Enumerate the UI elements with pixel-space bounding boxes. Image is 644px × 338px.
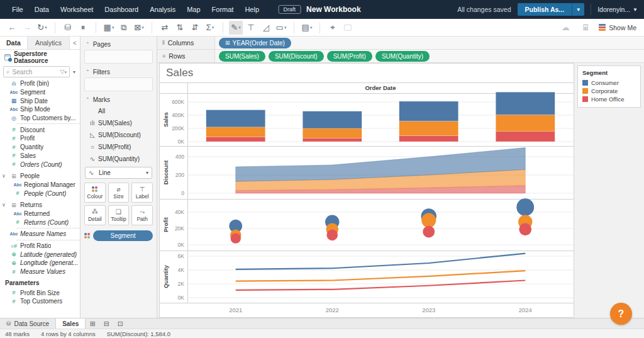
redo-icon[interactable]: ↻▾ bbox=[35, 21, 49, 35]
field-item[interactable]: #Returns (Count) bbox=[0, 218, 80, 227]
datasource-row[interactable]: Superstore Datasource bbox=[0, 50, 80, 65]
menu-map[interactable]: Map bbox=[181, 0, 206, 19]
menu-dashboard[interactable]: Dashboard bbox=[99, 0, 144, 19]
field-item[interactable]: ◎Top Customers by... bbox=[0, 114, 80, 123]
marks-item-all[interactable]: All bbox=[84, 105, 153, 117]
tab-sheet-sales[interactable]: Sales bbox=[55, 318, 86, 329]
marks-item-sumprofit[interactable]: ○SUM(Profit) bbox=[84, 141, 153, 153]
pause-updates-icon[interactable]: ⏸ bbox=[76, 21, 90, 35]
publish-caret-icon[interactable]: ▼ bbox=[572, 3, 584, 16]
bar-mark-home-office[interactable] bbox=[303, 138, 362, 142]
rows-shelf[interactable]: ≡Rows SUM(Sales)SUM(Discount)SUM(Profit)… bbox=[157, 50, 644, 63]
field-item[interactable]: AbcShip Mode bbox=[0, 105, 80, 114]
sort-ascending-icon[interactable]: ⇅ bbox=[173, 21, 187, 35]
clear-sheet-icon[interactable]: ⊠▾ bbox=[132, 21, 146, 35]
forward-icon[interactable]: → bbox=[20, 21, 34, 35]
new-worksheet-icon[interactable]: ▦▾ bbox=[102, 21, 116, 35]
bar-mark-consumer[interactable] bbox=[496, 92, 555, 115]
swap-axes-icon[interactable]: ⇄ bbox=[158, 21, 172, 35]
legend-item-corporate[interactable]: Corporate bbox=[582, 87, 636, 95]
marks-item-sumsales[interactable]: ılıSUM(Sales) bbox=[84, 117, 153, 129]
circle-mark-home-office[interactable] bbox=[326, 230, 338, 241]
mark-type-dropdown[interactable]: ∿Line▾ bbox=[85, 167, 152, 179]
circle-mark-consumer[interactable] bbox=[516, 198, 534, 216]
bar-mark-corporate[interactable] bbox=[206, 127, 265, 137]
bar-mark-consumer[interactable] bbox=[399, 101, 458, 121]
field-item[interactable]: #Sales bbox=[0, 152, 80, 161]
menu-data[interactable]: Data bbox=[29, 0, 55, 19]
bar-mark-corporate[interactable] bbox=[496, 115, 555, 131]
field-item[interactable]: #Profit bbox=[0, 134, 80, 143]
field-item[interactable]: ılıProfit (bin) bbox=[0, 79, 80, 88]
field-item[interactable]: AbcReturned bbox=[0, 210, 80, 218]
pages-card-header[interactable]: ⌃Pages bbox=[84, 40, 153, 50]
legend-item-home-office[interactable]: Home Office bbox=[582, 95, 636, 103]
field-item[interactable]: AbcRegional Manager bbox=[0, 181, 80, 189]
marks-item-sumdiscount[interactable]: ◺SUM(Discount) bbox=[84, 129, 153, 141]
show-mark-labels-icon[interactable]: ⊤ bbox=[244, 21, 258, 35]
search-input[interactable]: ⌕ Search ▽▾ bbox=[3, 66, 70, 77]
tooltip-mode-icon[interactable]: ⌹ bbox=[579, 21, 592, 35]
presentation-mode-icon[interactable]: 🖵 bbox=[341, 21, 355, 35]
filter-funnel-icon[interactable]: ▽▾ bbox=[60, 69, 67, 75]
cloud-icon[interactable]: ☁ bbox=[558, 21, 572, 35]
field-item[interactable]: #Discount bbox=[0, 125, 80, 134]
pill-sumquantity[interactable]: SUM(Quantity) bbox=[375, 51, 430, 62]
field-item[interactable]: AbcMeasure Names bbox=[0, 230, 80, 239]
circle-mark-home-office[interactable] bbox=[423, 226, 435, 238]
tab-data[interactable]: Data bbox=[0, 37, 27, 49]
publish-as-button[interactable]: Publish As... bbox=[518, 3, 572, 16]
field-item[interactable]: ⊕Latitude (generated) bbox=[0, 250, 80, 259]
menu-file[interactable]: File bbox=[6, 0, 29, 19]
field-options-caret-icon[interactable]: ▾ bbox=[72, 69, 77, 75]
bar-mark-home-office[interactable] bbox=[399, 136, 458, 142]
field-item[interactable]: ▦Ship Date bbox=[0, 96, 80, 105]
line-mark-home-office[interactable] bbox=[236, 281, 526, 290]
show-hide-cards-icon[interactable]: ▤▾ bbox=[300, 21, 314, 35]
show-me-button[interactable]: Show Me bbox=[599, 24, 636, 31]
new-data-source-icon[interactable]: ⛁ bbox=[61, 21, 75, 35]
field-item[interactable]: ⊕Longitude (generat... bbox=[0, 259, 80, 268]
filters-shelf[interactable] bbox=[84, 77, 153, 91]
columns-shelf[interactable]: ⫴Columns ⊞YEAR(Order Date) bbox=[157, 37, 644, 50]
path-button[interactable]: ⤳Path bbox=[131, 205, 153, 225]
bar-mark-consumer[interactable] bbox=[303, 111, 362, 128]
menu-help[interactable]: Help bbox=[239, 0, 265, 19]
menu-analysis[interactable]: Analysis bbox=[144, 0, 181, 19]
annotate-icon[interactable]: ◿ bbox=[259, 21, 273, 35]
circle-mark-corporate[interactable] bbox=[421, 213, 436, 228]
size-button[interactable]: ⌀Size bbox=[108, 183, 130, 203]
filters-card-header[interactable]: ⌃Filters bbox=[84, 67, 153, 77]
colour-button[interactable]: Colour bbox=[84, 183, 106, 203]
tab-analytics[interactable]: Analytics bbox=[27, 37, 70, 49]
back-icon[interactable]: ← bbox=[5, 21, 19, 35]
line-mark-consumer[interactable] bbox=[236, 254, 526, 269]
field-item[interactable]: #Orders (Count) bbox=[0, 160, 80, 169]
menu-worksheet[interactable]: Worksheet bbox=[55, 0, 99, 19]
fit-icon[interactable]: ▭▾ bbox=[274, 21, 288, 35]
field-item[interactable]: =#Profit Ratio bbox=[0, 242, 80, 251]
tooltip-button[interactable]: ❏Tooltip bbox=[108, 205, 130, 225]
field-item[interactable]: #Quantity bbox=[0, 143, 80, 152]
detail-button[interactable]: ⁂Detail bbox=[84, 205, 106, 225]
chart-svg[interactable]: Order Date0K200K400K600KSales0200400Disc… bbox=[160, 64, 574, 317]
field-group-returns[interactable]: ∨⊞Returns bbox=[0, 201, 80, 210]
bar-mark-consumer[interactable] bbox=[206, 110, 265, 127]
field-item[interactable]: AbcSegment bbox=[0, 88, 80, 97]
bar-mark-home-office[interactable] bbox=[206, 137, 265, 142]
field-item[interactable]: #Profit Bin Size bbox=[0, 288, 80, 297]
pill-sumsales[interactable]: SUM(Sales) bbox=[219, 51, 265, 62]
help-button[interactable]: ? bbox=[610, 303, 632, 325]
segment-pill[interactable]: Segment bbox=[93, 230, 153, 241]
pill-sumdiscount[interactable]: SUM(Discount) bbox=[269, 51, 324, 62]
marks-item-sumquantity[interactable]: ∿SUM(Quantity) bbox=[84, 153, 153, 165]
circle-mark-home-office[interactable] bbox=[231, 233, 241, 243]
field-item[interactable]: #People (Count) bbox=[0, 189, 80, 198]
bar-mark-corporate[interactable] bbox=[399, 121, 458, 135]
new-story-button[interactable]: ⊡ bbox=[113, 318, 127, 329]
new-worksheet-button[interactable]: ⊞ bbox=[86, 318, 99, 329]
bar-mark-home-office[interactable] bbox=[496, 132, 555, 142]
field-item[interactable]: #Measure Values bbox=[0, 268, 80, 276]
field-group-people[interactable]: ∨⊞People bbox=[0, 172, 80, 181]
totals-icon[interactable]: Σ▾ bbox=[203, 21, 217, 35]
